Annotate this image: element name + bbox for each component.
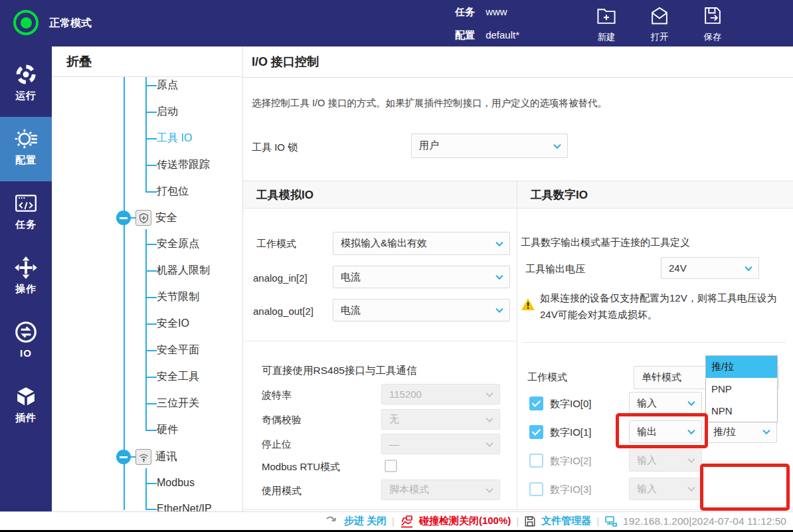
digital-io1-checkbox[interactable] [529,425,543,439]
dropdown-option-npn[interactable]: NPN [706,400,777,422]
tree-item-tool-io[interactable]: 工具 IO [157,132,192,145]
dropdown-option-push-pull[interactable]: 推/拉 [706,356,777,378]
analog-in-select[interactable]: 电流 [333,266,510,288]
stop-bits-value: — [389,438,399,450]
tree-connector-line [145,229,147,430]
collapse-minus-icon[interactable] [116,211,131,225]
digital-io1-direction-select[interactable]: 输出 [629,420,702,443]
digital-io2-direction-value: 输入 [637,454,657,467]
tree-connector-line [145,297,157,298]
nav-item-task[interactable]: 任务 [0,181,52,246]
tree-item-joint-limit[interactable]: 关节限制 [157,290,199,304]
parity-label: 奇偶校验 [262,414,302,426]
config-value: default* [485,29,519,41]
tree-item-ethernet-ip[interactable]: EtherNet/IP [157,503,212,511]
nav-item-operate[interactable]: 操作 [0,246,52,310]
step-status[interactable]: 步进 关闭 [344,515,387,527]
digital-io0-checkbox[interactable] [529,397,543,410]
new-button-label: 新建 [583,31,630,43]
divider [243,509,793,510]
digital-io1-label: 数字IO[1] [550,426,592,439]
tree-node-comm[interactable]: 通讯 [155,450,177,464]
nav-item-config-label: 配置 [0,154,52,167]
use-mode-label: 使用模式 [262,485,302,497]
tree-collapse-header[interactable]: 折叠 [52,46,242,77]
digital-io0-label: 数字IO[0] [550,398,592,410]
divider [523,342,786,343]
digital-work-mode-value: 单针模式 [642,371,681,384]
tree-item-hardware[interactable]: 硬件 [157,423,178,437]
cube-icon [13,384,39,409]
modbus-rtu-checkbox[interactable] [385,460,397,472]
move-arrows-icon [13,255,39,280]
analog-work-mode-select[interactable]: 模拟输入&输出有效 [333,232,510,255]
tree-node-safety[interactable]: 安全 [155,211,177,225]
config-row: 配置 default* [455,29,519,42]
parity-select: 无 [381,409,500,430]
run-icon [13,62,39,87]
tree-connector-line [145,138,157,139]
tree-item-modbus[interactable]: Modbus [157,477,195,489]
digital-io0-direction-select[interactable]: 输入 [629,392,702,414]
digital-io3-label: 数字IO[3] [550,484,592,496]
chevron-down-icon [553,141,561,148]
nav-item-plugin[interactable]: 插件 [0,375,52,439]
tree-connector-line [145,323,157,325]
tree-item-pallet[interactable]: 打包位 [157,185,189,199]
voltage-select[interactable]: 24V [661,257,759,279]
tool-io-lock-select[interactable]: 用户 [411,133,568,158]
tree-item-three-pos-switch[interactable]: 三位开关 [157,397,199,410]
tree-item-safety-io[interactable]: 安全IO [157,317,189,331]
tree-item-conveyor[interactable]: 传送带跟踪 [157,158,210,172]
tree-item-safety-plane[interactable]: 安全平面 [157,343,199,357]
nav-item-io-label: IO [0,347,52,359]
chevron-down-icon [495,306,503,313]
open-button[interactable]: 打开 [636,5,683,43]
digital-io3-checkbox[interactable] [529,482,543,496]
digital-io1-type-select[interactable]: 推/拉 [705,420,777,443]
safety-shield-icon [135,210,151,226]
nav-item-run[interactable]: 运行 [0,52,52,117]
voltage-label: 工具输出电压 [525,263,585,276]
digital-io2-checkbox[interactable] [529,454,543,468]
file-manager-link[interactable]: 文件管理器 [541,515,591,527]
digital-section-header: 工具数字IO [517,181,793,209]
tree-item-robot-limit[interactable]: 机器人限制 [157,264,210,278]
nav-item-plugin-label: 插件 [0,412,52,424]
chevron-down-icon [485,389,493,397]
digital-io0-direction-value: 输入 [637,397,657,410]
collapse-minus-icon[interactable] [116,450,131,464]
nav-item-run-label: 运行 [0,90,52,102]
collision-status[interactable]: 碰撞检测关闭(100%) [419,515,511,527]
new-button[interactable]: 新建 [583,5,630,43]
divider [245,341,516,341]
type-dropdown-list: 推/拉 PNP NPN [705,355,778,422]
save-button[interactable]: 保存 [689,5,736,43]
tree-connector-line [145,430,157,431]
tree-item-home[interactable]: 原点 [157,78,178,92]
analog-in-label: analog_in[2] [253,272,308,284]
task-label: 任务 [455,6,475,17]
analog-out-value: 电流 [341,304,361,317]
dropdown-option-pnp[interactable]: PNP [706,378,777,400]
tree-connector-line [145,77,147,192]
digital-io2-direction-select: 输入 [629,449,702,472]
tree-item-safety-home[interactable]: 安全原点 [157,237,199,251]
tree-item-safety-tool[interactable]: 安全工具 [157,370,199,384]
tree-item-startup[interactable]: 启动 [157,105,178,119]
new-file-icon [596,17,617,29]
tree-connector-line [145,244,157,245]
analog-out-select[interactable]: 电流 [333,299,510,321]
save-icon [702,17,723,29]
top-bar: 正常模式 任务 www 配置 default* 新建 [0,0,793,46]
nav-item-operate-label: 操作 [0,283,52,296]
chevron-down-icon [745,263,752,270]
tree-connector-line [145,191,157,193]
tree-connector-line [145,112,157,113]
nav-item-config[interactable]: 配置 [0,117,52,181]
chevron-down-icon [495,272,503,280]
config-tree-panel: 折叠 原点 启动 工具 IO 传送带跟踪 打包位 安全 安全原点 机器人限 [52,46,242,511]
left-nav: 运行 配置 任务 [0,46,52,532]
nav-item-io[interactable]: IO [0,310,52,375]
digital-io1-type-value: 推/拉 [713,426,736,438]
